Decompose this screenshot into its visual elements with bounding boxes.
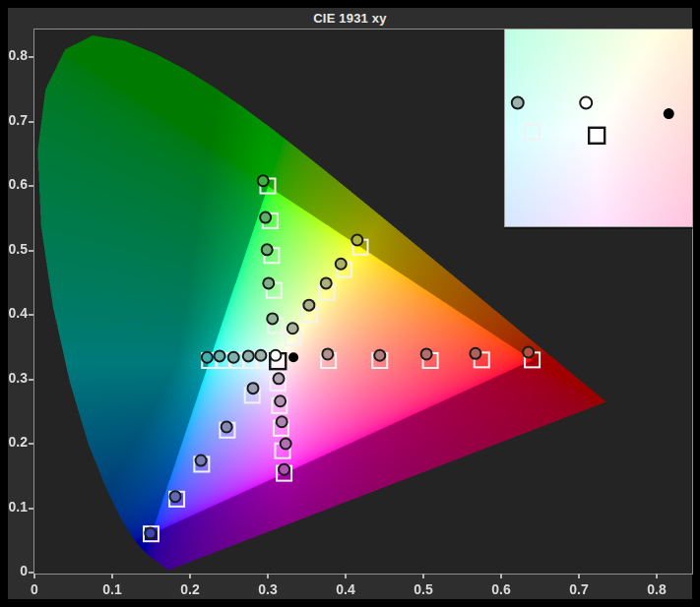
measured-marker (255, 350, 266, 361)
measured-marker (267, 313, 278, 324)
white-reference-dot (288, 352, 298, 362)
measured-marker (260, 212, 271, 223)
y-tick-label: 0.8 (4, 47, 28, 63)
inset-measured-marker (512, 96, 524, 108)
measured-marker (274, 373, 285, 384)
measured-marker (281, 439, 291, 450)
y-tick-label: 0.1 (4, 499, 28, 515)
inset-target-marker (525, 125, 540, 140)
measured-marker (258, 175, 269, 186)
y-tick-mark (29, 56, 33, 58)
y-tick-label: 0.7 (4, 112, 28, 128)
inset-marker-layer (505, 30, 692, 226)
inset-white-reference-dot (664, 108, 674, 119)
x-tick-mark (111, 574, 113, 578)
application-window: CIE 1931 xy 00.10.20.30.40.50.60.70.8 00… (0, 0, 700, 607)
y-tick-mark (29, 508, 33, 510)
y-tick-mark (29, 443, 33, 445)
x-tick-label: 0.8 (635, 581, 678, 597)
x-tick-label: 0 (13, 581, 56, 597)
y-tick-label: 0.5 (4, 241, 28, 257)
measured-marker (287, 323, 298, 334)
x-tick-label: 0.6 (479, 581, 523, 597)
measured-marker (196, 455, 207, 466)
y-tick-label: 0.6 (4, 176, 28, 192)
measured-marker (243, 350, 254, 361)
y-tick-label: 0 (4, 563, 28, 578)
x-tick-mark (267, 574, 269, 578)
x-tick-mark (656, 574, 658, 578)
measured-marker (279, 464, 289, 475)
measured-marker (247, 383, 258, 394)
x-tick-mark (345, 574, 347, 578)
measured-marker (523, 346, 534, 357)
measured-marker (336, 259, 347, 270)
x-tick-mark (578, 574, 580, 578)
y-tick-mark (29, 250, 33, 252)
inset-white-measured-marker (580, 96, 592, 108)
x-tick-label: 0.5 (402, 581, 445, 597)
measured-marker (145, 528, 156, 539)
measured-marker (374, 350, 385, 361)
chart-title: CIE 1931 xy (8, 8, 692, 29)
measured-marker (262, 244, 273, 255)
y-tick-mark (29, 185, 33, 187)
measured-marker (263, 277, 274, 288)
x-tick-label: 0.7 (557, 581, 601, 597)
y-tick-mark (29, 314, 33, 316)
whitepoint-inset-panel (504, 29, 693, 227)
y-tick-mark (29, 379, 33, 381)
measured-marker (351, 235, 362, 246)
measured-marker (277, 416, 287, 427)
measured-marker (303, 300, 314, 311)
y-tick-label: 0.3 (4, 370, 28, 386)
measured-marker (322, 348, 333, 359)
measured-marker (321, 277, 332, 288)
measured-marker (470, 348, 480, 359)
x-tick-label: 0.3 (246, 581, 289, 597)
measured-marker (202, 352, 213, 363)
measured-marker (222, 421, 232, 432)
chart-panel: CIE 1931 xy 00.10.20.30.40.50.60.70.8 00… (8, 8, 692, 599)
inset-white-target-marker (589, 128, 605, 144)
measured-marker (215, 350, 225, 361)
measured-marker (275, 395, 286, 406)
x-tick-mark (189, 574, 191, 578)
y-tick-label: 0.4 (4, 305, 28, 321)
measured-marker (169, 491, 180, 502)
y-tick-label: 0.2 (4, 434, 28, 450)
y-tick-mark (29, 572, 33, 574)
x-tick-mark (33, 574, 35, 578)
measured-marker (228, 352, 239, 363)
measured-marker (421, 348, 432, 359)
x-tick-label: 0.2 (168, 581, 212, 597)
x-tick-label: 0.1 (91, 581, 134, 597)
x-tick-label: 0.4 (324, 581, 367, 597)
white-measured-marker (270, 350, 281, 361)
x-tick-mark (422, 574, 424, 578)
y-tick-mark (29, 121, 33, 123)
x-tick-mark (500, 574, 502, 578)
